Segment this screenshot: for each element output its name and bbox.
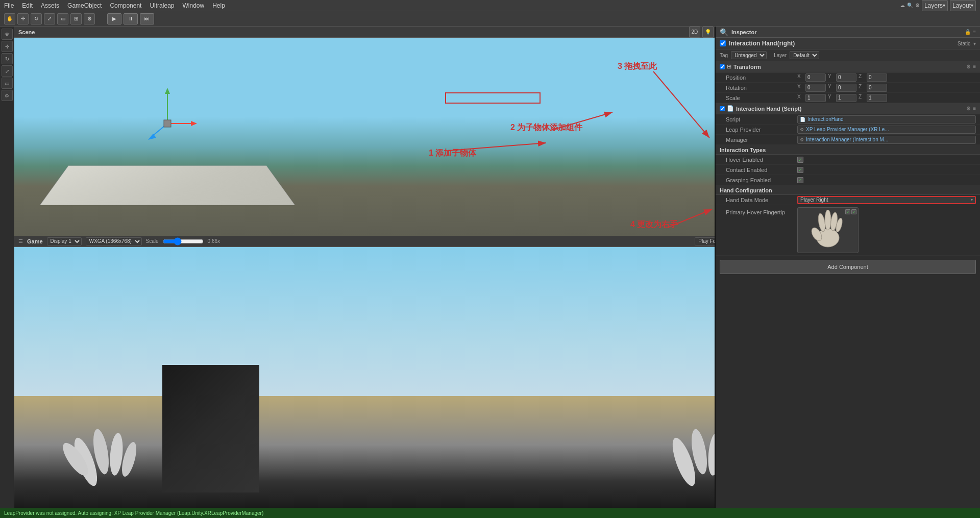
inspector-title: Inspector — [731, 29, 757, 35]
position-row: Position X Y Z — [716, 72, 980, 83]
manager-field[interactable]: ⚙ Interaction Manager (Interaction M... — [797, 136, 976, 144]
sidebar-eye[interactable]: 👁 — [2, 29, 13, 40]
svg-marker-1 — [165, 88, 170, 94]
sidebar-rect[interactable]: ▭ — [2, 78, 13, 89]
contact-enabled-checkbox[interactable]: ✓ — [797, 167, 803, 173]
object-header: Interaction Hand(right) Static ▾ — [716, 38, 980, 50]
svg-rect-6 — [164, 120, 171, 127]
object-meta: Tag Untagged Layer Default — [716, 50, 980, 61]
menu-component[interactable]: Component — [110, 2, 141, 9]
transform-enabled[interactable] — [720, 64, 725, 69]
script-row: Script 📄 InteractionHand — [716, 114, 980, 125]
game-viewport[interactable] — [14, 247, 786, 518]
rot-x-field[interactable] — [805, 84, 826, 92]
game-black-square — [162, 365, 259, 492]
scale-y-field[interactable] — [836, 94, 856, 102]
interaction-types-section: Interaction Types — [716, 145, 980, 155]
primary-hover-row: Primary Hover Fingertip ✓ ✓ — [716, 205, 980, 256]
menu-gameobject[interactable]: GameObject — [67, 2, 102, 9]
menu-window[interactable]: Window — [182, 2, 204, 9]
hand-tool[interactable]: ✋ — [4, 13, 15, 24]
scene-light-btn[interactable]: 💡 — [702, 27, 714, 38]
game-title: ☰ — [18, 238, 23, 244]
scale-tool[interactable]: ⤢ — [44, 13, 55, 24]
interaction-hand-enabled[interactable] — [720, 106, 725, 111]
grasping-enabled-row: Grasping Enabled ✓ — [716, 175, 980, 185]
pos-y-field[interactable] — [836, 73, 856, 82]
layers-btn[interactable]: Layers ▾ — [922, 0, 948, 11]
status-bar: LeapProvider was not assigned. Auto assi… — [0, 508, 980, 518]
game-header: ☰ Game Display 1 WXGA (1366x768) Scale 0… — [14, 236, 786, 247]
fingertip-check1[interactable]: ✓ — [845, 209, 850, 214]
menu-assets[interactable]: Assets — [41, 2, 59, 9]
game-panel: ☰ Game Display 1 WXGA (1366x768) Scale 0… — [14, 236, 786, 518]
grasping-enabled-checkbox[interactable]: ✓ — [797, 177, 803, 183]
object-active-toggle[interactable] — [720, 40, 726, 46]
interaction-hand-header[interactable]: 📄 Interaction Hand (Script) ⚙ ≡ — [716, 103, 980, 114]
scene-panel: Scene 2D 💡 🔊 ✨ ⊞ Gizmos ▾ — [14, 27, 786, 236]
pos-x-field[interactable] — [805, 73, 826, 82]
leap-provider-row: Leap Provider ⚙ XP Leap Provider Manager… — [716, 125, 980, 135]
pause-button[interactable]: ⏸ — [124, 13, 138, 24]
svg-marker-5 — [148, 134, 156, 140]
scene-game-area: Scene 2D 💡 🔊 ✨ ⊞ Gizmos ▾ — [14, 27, 786, 518]
menu-ultraleap[interactable]: Ultraleap — [150, 2, 174, 9]
scale-slider[interactable] — [163, 239, 204, 244]
scale-label: Scale — [146, 238, 159, 244]
menu-edit[interactable]: Edit — [22, 2, 33, 9]
play-button[interactable]: ▶ — [107, 13, 121, 24]
script-ref-field[interactable]: 📄 InteractionHand — [797, 115, 976, 124]
combined-tool[interactable]: ⊞ — [70, 13, 82, 24]
scene-title: Scene — [18, 29, 35, 35]
svg-point-11 — [108, 432, 124, 476]
object-name: Interaction Hand(right) — [729, 40, 954, 47]
layer-select[interactable]: Default — [790, 51, 819, 59]
scene-viewport[interactable]: ← Persp TOP — [14, 38, 786, 236]
sidebar-move[interactable]: ✛ — [2, 41, 13, 52]
inspector-header: 🔍 Inspector 🔒 ≡ — [716, 27, 980, 38]
rotation-row: Rotation X Y Z — [716, 83, 980, 93]
scene-gizmo — [137, 83, 198, 144]
layout-btn[interactable]: Layout ▾ — [950, 0, 976, 11]
resolution-select[interactable]: WXGA (1366x768) — [86, 237, 142, 245]
scale-row: Scale X Y Z — [716, 93, 980, 103]
sidebar-scale[interactable]: ⤢ — [2, 65, 13, 77]
fingertip-check2[interactable]: ✓ — [851, 209, 856, 214]
rot-z-field[interactable] — [867, 84, 887, 92]
inspector-icon: 🔍 — [720, 28, 728, 36]
scene-2d-btn[interactable]: 2D — [689, 27, 701, 38]
scale-z-field[interactable] — [867, 94, 887, 102]
tag-select[interactable]: Untagged — [731, 51, 767, 59]
scene-header: Scene 2D 💡 🔊 ✨ ⊞ Gizmos ▾ — [14, 27, 786, 38]
rotate-tool[interactable]: ↻ — [31, 13, 42, 24]
hand-icon-svg — [807, 210, 848, 251]
menu-help[interactable]: Help — [212, 2, 225, 9]
rect-tool[interactable]: ▭ — [57, 13, 68, 24]
pos-z-field[interactable] — [867, 73, 887, 82]
manager-row: Manager ⚙ Interaction Manager (Interacti… — [716, 135, 980, 145]
scale-x-field[interactable] — [805, 94, 826, 102]
inspector-content: Interaction Hand(right) Static ▾ Tag Unt… — [716, 38, 980, 518]
hover-enabled-row: Hover Enabled ✓ — [716, 155, 980, 165]
step-button[interactable]: ⏭ — [140, 13, 154, 24]
static-label: Static — [958, 41, 970, 46]
custom-tool[interactable]: ⚙ — [84, 13, 95, 24]
leap-provider-field[interactable]: ⚙ XP Leap Provider Manager (XR Le... — [797, 126, 976, 134]
sidebar-gear[interactable]: ⚙ — [2, 90, 13, 101]
hand-config-section: Hand Configuration — [716, 185, 980, 195]
menu-bar: File Edit Assets GameObject Component Ul… — [0, 0, 980, 11]
hand-data-mode-row: Hand Data Mode Player Right ▾ — [716, 195, 980, 205]
fingertip-checks: ✓ ✓ — [845, 209, 856, 214]
menu-file[interactable]: File — [4, 2, 14, 9]
display-select[interactable]: Display 1 — [47, 237, 82, 245]
rot-y-field[interactable] — [836, 84, 856, 92]
main-toolbar: ✋ ✛ ↻ ⤢ ▭ ⊞ ⚙ ▶ ⏸ ⏭ — [0, 11, 980, 27]
hover-enabled-checkbox[interactable]: ✓ — [797, 157, 803, 163]
hand-fingertip-widget: ✓ ✓ — [797, 207, 859, 253]
game-tab[interactable]: Game — [27, 238, 43, 244]
add-component-button[interactable]: Add Component — [720, 260, 976, 274]
hand-data-mode-dropdown[interactable]: Player Right ▾ — [797, 196, 976, 204]
transform-component-header[interactable]: ⊞ Transform ⚙ ≡ — [716, 61, 980, 72]
sidebar-rotate[interactable]: ↻ — [2, 53, 13, 64]
move-tool[interactable]: ✛ — [17, 13, 29, 24]
